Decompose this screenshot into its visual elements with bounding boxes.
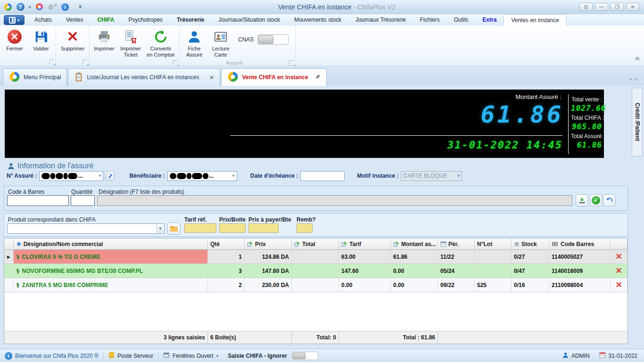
pin-icon[interactable]: [315, 74, 321, 81]
toolbar-overflow-icon[interactable]: ▾̄: [79, 4, 82, 10]
chevron-down-icon[interactable]: ▼: [157, 224, 164, 233]
dialog-launcher-icon[interactable]: [289, 60, 294, 65]
confirm-button[interactable]: ✓: [590, 194, 602, 206]
montant-assure-value: 61.86: [480, 101, 563, 128]
settings-gears-icon[interactable]: ⚙⚙: [48, 3, 58, 11]
minimize-button[interactable]: —: [595, 3, 608, 11]
check-icon: ✓: [592, 196, 600, 205]
delete-row-icon[interactable]: ✕: [611, 250, 627, 264]
database-icon: [108, 351, 115, 360]
menu-chifa[interactable]: CHIFA: [90, 14, 121, 25]
menu-journaux-tresorerie[interactable]: Journaux Trésorerie: [348, 14, 413, 25]
valider-button[interactable]: Valider: [28, 28, 54, 53]
dialog-launcher-icon[interactable]: [50, 59, 54, 64]
num-assure-combo[interactable]: ... ▼: [39, 171, 103, 181]
table-row[interactable]: ▶ ⚕CLOVIRAX 5 % T/2 G CREME 1 124.86 DA …: [4, 250, 627, 264]
prix-payer-input[interactable]: [248, 223, 279, 233]
import-button[interactable]: [576, 194, 588, 206]
saisie-chifa-toggle[interactable]: [292, 352, 318, 360]
menu-achats[interactable]: Achats: [27, 14, 59, 25]
menu-mouvements-stock[interactable]: Mouvements stock: [287, 14, 348, 25]
tab-close-icon[interactable]: ✕: [209, 74, 215, 81]
info-icon[interactable]: i: [61, 3, 69, 11]
dialog-launcher-icon[interactable]: [83, 59, 88, 64]
chevron-down-icon[interactable]: ▾: [29, 5, 31, 9]
color-wheel-icon[interactable]: [35, 3, 44, 11]
supprimer-button[interactable]: ✕ Supprimer: [58, 28, 87, 53]
remb-input[interactable]: [297, 223, 313, 233]
col-qte[interactable]: Qté: [208, 239, 245, 250]
undo-button[interactable]: [603, 194, 615, 206]
produit-chifa-combo[interactable]: ▼: [7, 223, 165, 234]
summary-lines: 3 lignes saisies: [14, 331, 208, 344]
col-montant[interactable]: Montant as...: [391, 239, 438, 250]
col-total[interactable]: Total: [292, 239, 339, 250]
tab-vente-chifa-en-instance[interactable]: Vente CHIFA en instance: [221, 68, 326, 86]
fenetres-ouvert-dropdown[interactable]: Fenêtres Ouvert ▾: [158, 349, 223, 362]
display-vertical-divider: [568, 94, 569, 154]
menu-fichiers[interactable]: Fichiers: [413, 14, 447, 25]
calendar-icon: [599, 352, 606, 360]
windows7-menu-icon[interactable]: 7: [17, 3, 25, 11]
col-tarif[interactable]: Tarif: [339, 239, 391, 250]
col-designation[interactable]: ★Désignation/Nom commercial: [14, 239, 208, 250]
welcome-text: Bienvenue sur Chifa Plus 2020 ®: [15, 353, 99, 359]
menu-journaux-situation-stock[interactable]: Journaux/Situation stock: [211, 14, 287, 25]
code-barres-label: Code à Barres: [8, 189, 44, 195]
convert-refresh-icon: [153, 29, 168, 44]
table-row[interactable]: ⚕ZANITRA 5 MG B/60 COMPRIME 2 230.00 DA …: [4, 278, 627, 292]
code-barres-input[interactable]: [7, 195, 69, 206]
browse-folder-button[interactable]: [167, 222, 181, 235]
price-tag-icon: [393, 241, 399, 247]
main-menu-button[interactable]: ▾: [4, 15, 25, 25]
menu-extra[interactable]: Extra: [475, 14, 504, 25]
beneficiaire-combo[interactable]: ... ▼: [167, 171, 237, 181]
cnas-toggle[interactable]: [257, 34, 289, 45]
chevron-down-icon[interactable]: ▼: [98, 173, 102, 178]
col-per[interactable]: Pér.: [438, 239, 475, 250]
lecture-carte-button[interactable]: LectureCarte: [208, 28, 233, 59]
tab-liste-journal[interactable]: Liste/Journal Les ventes CHIFA en instan…: [68, 68, 220, 86]
credit-patient-side-tab[interactable]: Crédit /Patient: [632, 88, 643, 156]
convertir-en-comptoir-button[interactable]: Convertiren Comptoir: [144, 28, 177, 59]
current-user[interactable]: ADMIN: [558, 352, 594, 360]
dialog-launcher-icon[interactable]: [173, 60, 178, 65]
prix-boite-input[interactable]: [219, 223, 246, 233]
col-code-barres[interactable]: Code Barres: [549, 239, 611, 250]
edit-assure-button[interactable]: [105, 171, 114, 181]
menu-ventes[interactable]: Ventes: [59, 14, 91, 25]
fermer-button[interactable]: ✕ Fermer: [2, 28, 27, 53]
printer-ticket-icon: [123, 29, 138, 44]
quantite-input[interactable]: [71, 195, 95, 206]
close-button[interactable]: ✕: [626, 3, 639, 11]
col-prix[interactable]: Prix: [245, 239, 292, 250]
delete-row-icon[interactable]: ✕: [611, 264, 627, 278]
ribbon-group-print: Imprimer ImprimerTicket Convertiren Comp…: [90, 26, 180, 66]
current-date[interactable]: 31-01-2022: [594, 352, 644, 360]
saisie-chifa-label: Saisie CHIFA - Ignorer: [223, 349, 292, 362]
imprimer-ticket-button[interactable]: ImprimerTicket: [118, 28, 143, 59]
echeance-input[interactable]: [300, 171, 345, 181]
ribbon-collapse-icon[interactable]: [634, 57, 641, 63]
menu-psychotropes[interactable]: Psychotropes: [121, 14, 170, 25]
designation-input[interactable]: [97, 195, 572, 206]
tab-scroll-arrows[interactable]: ◂▸: [629, 75, 640, 82]
assure-section-title: Information de l'assuré: [8, 162, 93, 170]
col-lot[interactable]: N°Lot: [475, 239, 512, 250]
designation-label: Désignation (F7 liste des produits): [99, 189, 184, 195]
tab-menu-principal[interactable]: Menu Principal: [3, 68, 67, 86]
menu-tresorerie[interactable]: Trésorerie: [170, 14, 211, 25]
fiche-assure-button[interactable]: FicheAssuré: [182, 28, 207, 59]
chevron-down-icon[interactable]: ▼: [231, 173, 236, 178]
motif-instance-dropdown[interactable]: CARTE BLOQUE ▼: [401, 171, 462, 181]
delete-row-icon[interactable]: ✕: [611, 278, 627, 292]
imprimer-button[interactable]: Imprimer: [91, 28, 117, 53]
tarif-ref-input[interactable]: [184, 223, 216, 233]
restore-button[interactable]: ❐: [611, 3, 624, 11]
col-stock[interactable]: Stock: [512, 239, 549, 250]
menu-ventes-en-instance[interactable]: Ventes en instance: [504, 14, 566, 25]
table-row[interactable]: ⚕NOVOFORMINE 850MG MG BTE/30 COMP.PL 3 1…: [4, 264, 627, 278]
fit-window-button[interactable]: ⊡: [579, 3, 593, 11]
menu-outils[interactable]: Outils: [447, 14, 476, 25]
products-table: ★Désignation/Nom commercial Qté Prix Tot…: [4, 238, 628, 344]
